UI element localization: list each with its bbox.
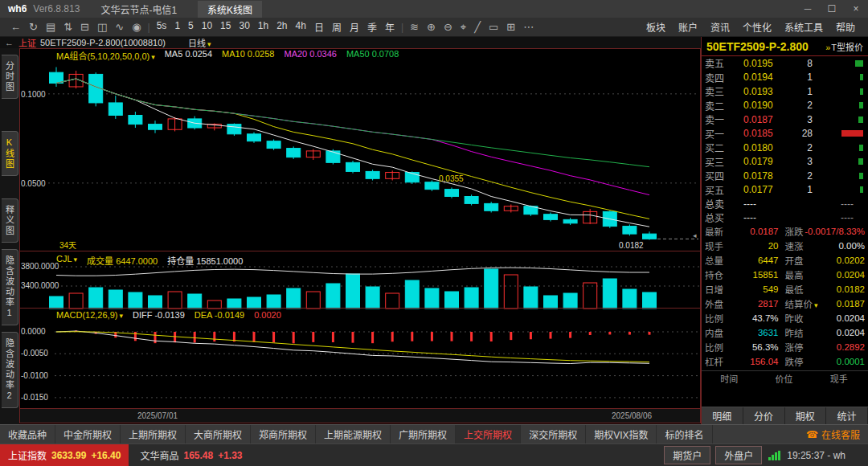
period-button-1[interactable]: 1 <box>170 20 184 34</box>
toolbar-separator: | <box>145 22 153 33</box>
trendline-icon[interactable]: ╱ <box>470 21 485 34</box>
exchange-tab-标的排名[interactable]: 标的排名 <box>657 425 712 444</box>
period-button-1h[interactable]: 1h <box>254 20 272 34</box>
chevron-down-icon[interactable]: ▾ <box>814 301 818 309</box>
book-row-买三[interactable]: 买三0.01793 <box>702 155 868 170</box>
book-row-卖一[interactable]: 卖一0.01873 <box>702 112 868 127</box>
layout-icon[interactable]: ⊞ <box>502 21 519 34</box>
book-row-买五[interactable]: 买五0.01771 <box>702 183 868 198</box>
book-row-卖二[interactable]: 卖二0.01902 <box>702 99 868 113</box>
quote-list-icon[interactable]: ▤ <box>42 21 59 33</box>
book-side-label: 卖四 <box>705 71 731 84</box>
chevron-down-icon[interactable]: ▾ <box>151 53 155 61</box>
exchange-tab-广期所期权[interactable]: 广期所期权 <box>391 425 456 444</box>
menu-板块[interactable]: 板块 <box>640 20 672 34</box>
zoom-out-icon[interactable]: ⊖ <box>440 21 457 34</box>
rectangle-tool-icon[interactable]: ▭ <box>485 21 502 34</box>
account-button-期货户[interactable]: 期货户 <box>664 446 710 464</box>
period-button-5s[interactable]: 5s <box>153 20 171 34</box>
exchange-tab-收藏品种[interactable]: 收藏品种 <box>0 425 55 444</box>
tick-chart-icon[interactable]: ∿ <box>111 21 128 33</box>
panel-collapse-arrow[interactable]: ◂ <box>693 231 697 239</box>
online-service-link[interactable]: ☎在线客服 <box>806 427 860 441</box>
stat-value: 56.3% <box>752 342 779 352</box>
chart-mode-tab-释义图[interactable]: 释义图 <box>2 198 18 243</box>
split-screen-icon[interactable]: ⊟ <box>76 21 93 33</box>
stat-cell: 速涨0.00% <box>785 239 866 252</box>
period-button-日[interactable]: 日 <box>310 20 328 34</box>
chart-mode-tab-隐含波动率1[interactable]: 隐含波动率1 <box>2 249 18 325</box>
exchange-tab-郑商所期权[interactable]: 郑商所期权 <box>251 425 316 444</box>
low-price-label: 0.0182 <box>619 241 644 250</box>
period-button-2h[interactable]: 2h <box>272 20 291 34</box>
t-quote-link[interactable]: »T型报价 <box>825 40 863 53</box>
book-bar-zone <box>813 173 865 179</box>
book-qty: 3 <box>780 114 813 125</box>
book-row-卖四[interactable]: 卖四0.01941 <box>702 71 868 85</box>
zoom-in-icon[interactable]: ⊕ <box>423 21 440 34</box>
period-button-10[interactable]: 10 <box>198 20 216 34</box>
book-row-买一[interactable]: 买一0.018528 <box>702 127 868 141</box>
exchange-tab-期权VIX指数[interactable]: 期权VIX指数 <box>586 425 657 444</box>
symbol-bar: ← 上证 50ETF2509-P-2.800(10008810) 日线▾ <box>0 37 701 48</box>
maximize-icon[interactable]: ☐ <box>820 3 844 14</box>
exchange-tab-上期所期权[interactable]: 上期所期权 <box>121 425 186 444</box>
period-button-15[interactable]: 15 <box>216 20 235 34</box>
exchange-tab-大商所期权[interactable]: 大商所期权 <box>186 425 251 444</box>
sse-index-badge[interactable]: 上证指数 3633.99 +16.40 <box>0 444 129 466</box>
menu-账户[interactable]: 账户 <box>672 20 704 34</box>
minimize-icon[interactable]: ─ <box>796 3 820 14</box>
totals-value2: ---- <box>780 198 865 210</box>
quote-tab-分价[interactable]: 分价 <box>743 407 785 424</box>
quote-tab-统计[interactable]: 统计 <box>826 407 868 424</box>
kline-chart-svg[interactable]: 0.10000.05003800.00003400.00000.0000-0.0… <box>19 48 701 424</box>
menu-个性化[interactable]: 个性化 <box>736 20 778 34</box>
crosshair-icon[interactable]: ⌖ <box>457 21 470 34</box>
book-qty: 28 <box>780 128 813 139</box>
book-row-买四[interactable]: 买四0.01782 <box>702 169 868 183</box>
period-button-月[interactable]: 月 <box>346 20 363 34</box>
period-button-30[interactable]: 30 <box>235 20 253 34</box>
book-row-卖五[interactable]: 卖五0.01958 <box>702 56 868 71</box>
chart-mode-tab-隐含波动率2[interactable]: 隐含波动率2 <box>2 332 18 408</box>
menu-系统工具[interactable]: 系统工具 <box>778 20 829 34</box>
exchange-tab-中金所期权[interactable]: 中金所期权 <box>55 425 121 444</box>
book-price: 0.0177 <box>731 184 780 195</box>
svg-text:0.0000: 0.0000 <box>21 327 46 336</box>
contract-name[interactable]: 50ETF2509-P-2.800(10008810) <box>40 38 166 47</box>
period-button-5[interactable]: 5 <box>184 20 198 34</box>
kline-style-icon[interactable]: ≋ <box>406 21 423 34</box>
period-selector[interactable]: 日线▾ <box>188 36 211 49</box>
period-button-季[interactable]: 季 <box>363 20 381 34</box>
period-button-4h[interactable]: 4h <box>292 20 310 34</box>
period-button-年[interactable]: 年 <box>381 20 399 34</box>
book-row-买二[interactable]: 买二0.01802 <box>702 141 868 155</box>
period-button-周[interactable]: 周 <box>328 20 346 34</box>
exchange-tab-深交所期权[interactable]: 深交所期权 <box>521 425 586 444</box>
stat-label: 跌停 <box>785 355 804 368</box>
alert-icon[interactable]: ◉ <box>128 21 145 33</box>
window-tab-kline[interactable]: 系统K线图 <box>198 1 262 18</box>
back-icon[interactable]: ← <box>6 21 25 33</box>
refresh-icon[interactable]: ↻ <box>25 21 42 33</box>
sort-icon[interactable]: ⇅ <box>59 21 76 33</box>
menu-资讯[interactable]: 资讯 <box>704 20 736 34</box>
quote-tab-期权[interactable]: 期权 <box>785 407 827 424</box>
menu-帮助[interactable]: 帮助 <box>829 20 862 34</box>
quote-title-row: 50ETF2509-P-2.800 »T型报价 <box>702 37 868 56</box>
exchange-tab-上期能源期权[interactable]: 上期能源期权 <box>316 425 391 444</box>
book-row-卖三[interactable]: 卖三0.01931 <box>702 84 868 99</box>
more-icon[interactable]: ⋯ <box>519 21 538 34</box>
compare-icon[interactable]: ◫ <box>93 21 111 33</box>
chart-back-icon[interactable]: ← <box>5 38 14 47</box>
exchange-tab-上交所期权[interactable]: 上交所期权 <box>456 425 521 444</box>
book-qty: 8 <box>780 58 813 69</box>
close-icon[interactable]: × <box>844 3 868 14</box>
account-button-外盘户[interactable]: 外盘户 <box>715 446 762 464</box>
wenhua-index-group[interactable]: 文华商品 165.48 +1.33 <box>140 448 242 462</box>
chart-mode-tab-K线图[interactable]: K线图 <box>2 131 18 176</box>
chevron-down-icon[interactable]: ▾ <box>74 255 78 264</box>
chart-mode-tab-分时图[interactable]: 分时图 <box>2 55 18 99</box>
chevron-down-icon[interactable]: ▾ <box>119 312 123 320</box>
quote-tab-明细[interactable]: 明细 <box>702 407 743 424</box>
